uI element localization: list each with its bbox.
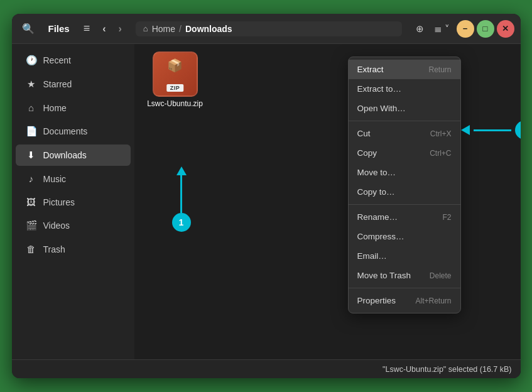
documents-icon: 📄 [26,126,37,137]
ctx-email-label: Email… [357,251,387,261]
arrow-1-line [180,175,182,213]
sidebar: 🕐 Recent ★ Starred ⌂ Home 📄 Documents ⬇ … [12,44,134,359]
ctx-move-to-trash-shortcut: Delete [430,271,452,280]
ctx-compress-label: Compress… [357,232,404,241]
ctx-cut-label: Cut [357,129,371,138]
ctx-divider-2 [349,204,460,205]
ctx-extract[interactable]: Extract Return [349,60,460,79]
sidebar-item-trash[interactable]: 🗑 Trash [16,239,131,259]
main-content: 🕐 Recent ★ Starred ⌂ Home 📄 Documents ⬇ … [12,44,521,359]
ctx-email[interactable]: Email… [349,246,460,266]
ctx-move-to-label: Move to… [357,168,396,177]
ctx-divider-3 [349,288,460,288]
hamburger-menu-button[interactable]: ≡ [80,19,94,38]
ctx-divider-1 [349,121,460,121]
forward-button[interactable]: › [115,21,126,37]
view-options-button[interactable]: ≣ ˅ [430,21,453,37]
ctx-open-with-label: Open With… [357,104,406,113]
sidebar-item-recent[interactable]: 🕐 Recent [16,50,131,71]
starred-icon: ★ [26,79,37,90]
titlebar-left: 🔍 Files ≡ [18,19,94,38]
close-button[interactable]: ✕ [497,20,514,38]
ctx-copy-to-label: Copy to… [357,187,395,197]
breadcrumb-current: Downloads [185,24,232,34]
back-button[interactable]: ‹ [99,21,109,37]
sidebar-label-videos: Videos [43,220,70,231]
ctx-cut-shortcut: Ctrl+X [430,129,452,138]
recent-icon: 🕐 [26,55,37,66]
annotation-1-circle: 1 [172,213,191,232]
ctx-copy[interactable]: Copy Ctrl+C [349,143,460,163]
zip-top-icon: 📦 [167,58,183,73]
annotation-arrow-2: 2 [461,121,521,139]
annotation-2-circle: 2 [515,121,521,139]
context-menu: Extract Return Extract to… Open With… Cu… [348,57,461,313]
sidebar-item-videos[interactable]: 🎬 Videos [16,215,131,236]
sidebar-label-documents: Documents [43,126,88,136]
trash-icon: 🗑 [26,244,37,254]
ctx-rename-label: Rename… [357,212,398,222]
titlebar-right: ⊕ ≣ ˅ − □ ✕ [412,20,514,38]
file-item-zip[interactable]: 📦 ZIP Lswc-Ubuntu.zip [147,52,204,108]
home-icon: ⌂ [143,24,148,33]
minimize-button[interactable]: − [457,20,474,38]
sidebar-label-music: Music [43,174,67,184]
ctx-copy-shortcut: Ctrl+C [430,149,451,158]
sidebar-label-pictures: Pictures [43,197,75,207]
sidebar-item-documents[interactable]: 📄 Documents [16,121,131,142]
status-bar: "Lswc-Ubuntu.zip" selected (16.7 kB) [12,359,521,378]
ctx-extract-to-label: Extract to… [357,84,402,94]
arrow-2-line [474,129,511,131]
ctx-move-to-trash-label: Move to Trash [357,271,411,280]
sidebar-item-starred[interactable]: ★ Starred [16,74,131,95]
search-button[interactable]: 🔍 [18,20,38,37]
downloads-icon: ⬇ [26,150,37,161]
ctx-properties-label: Properties [357,296,396,305]
file-icon: 📦 ZIP [153,52,198,97]
breadcrumb: ⌂ Home / Downloads [136,21,402,36]
status-text: "Lswc-Ubuntu.zip" selected (16.7 kB) [383,365,512,374]
music-icon: ♪ [26,173,37,184]
breadcrumb-separator: / [179,24,182,34]
ctx-open-with[interactable]: Open With… [349,99,460,118]
sidebar-label-trash: Trash [43,244,65,254]
maximize-button[interactable]: □ [477,20,494,38]
ctx-move-to[interactable]: Move to… [349,163,460,182]
ctx-move-to-trash[interactable]: Move to Trash Delete [349,266,460,285]
sidebar-item-home[interactable]: ⌂ Home [16,97,131,118]
file-manager-window: 🔍 Files ≡ ‹ › ⌂ Home / Downloads ⊕ ≣ ˅ −… [12,14,521,378]
file-area: 📦 ZIP Lswc-Ubuntu.zip 1 Extract Return [134,44,521,359]
ctx-properties-shortcut: Alt+Return [415,297,451,305]
ctx-extract-shortcut: Return [428,65,451,74]
ctx-extract-to[interactable]: Extract to… [349,79,460,99]
home-sidebar-icon: ⌂ [26,102,37,113]
annotation-arrow-1: 1 [172,166,191,232]
ctx-rename[interactable]: Rename… F2 [349,207,460,227]
sidebar-item-music[interactable]: ♪ Music [16,168,131,189]
app-title: Files [43,23,75,34]
ctx-copy-to[interactable]: Copy to… [349,182,460,202]
ctx-extract-label: Extract [357,65,384,74]
ctx-compress[interactable]: Compress… [349,227,460,246]
sidebar-label-downloads: Downloads [43,150,87,160]
arrow-1-head [176,166,187,175]
pictures-icon: 🖼 [26,197,37,207]
ctx-properties[interactable]: Properties Alt+Return [349,291,460,310]
sidebar-item-downloads[interactable]: ⬇ Downloads [16,144,131,166]
arrow-2-head [461,125,470,135]
file-name: Lswc-Ubuntu.zip [147,99,203,108]
ctx-rename-shortcut: F2 [442,213,451,222]
sidebar-label-home: Home [43,103,67,113]
ctx-cut[interactable]: Cut Ctrl+X [349,124,460,143]
new-tab-button[interactable]: ⊕ [412,21,428,37]
sidebar-item-pictures[interactable]: 🖼 Pictures [16,192,131,212]
titlebar: 🔍 Files ≡ ‹ › ⌂ Home / Downloads ⊕ ≣ ˅ −… [12,14,521,44]
sidebar-label-recent: Recent [43,55,71,65]
ctx-copy-label: Copy [357,148,377,158]
sidebar-label-starred: Starred [43,79,72,89]
breadcrumb-home-link[interactable]: Home [152,24,175,34]
videos-icon: 🎬 [26,220,37,231]
zip-label: ZIP [166,84,184,92]
